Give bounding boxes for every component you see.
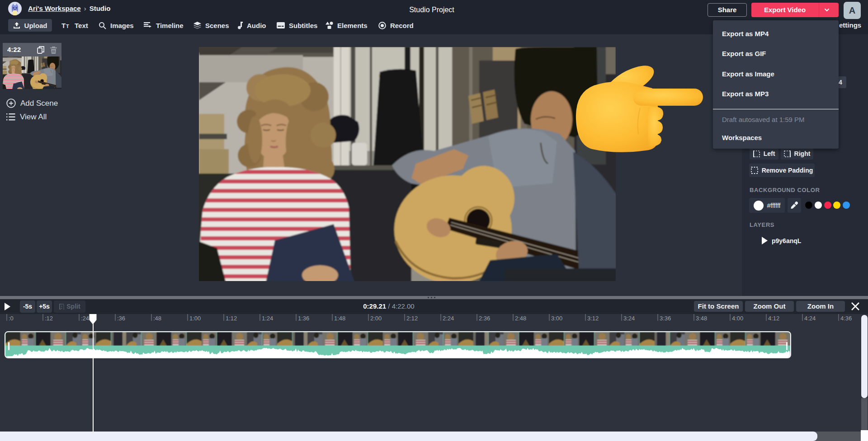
svg-text:T: T bbox=[61, 22, 66, 29]
svg-text:T: T bbox=[66, 23, 69, 29]
